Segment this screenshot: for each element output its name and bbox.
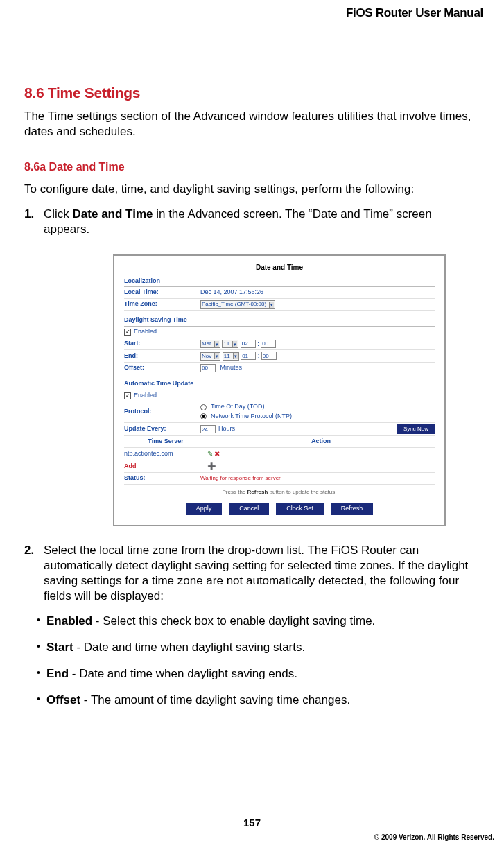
- sc-status-value: Waiting for response from server.: [200, 475, 282, 482]
- sc-status-row: Status: Waiting for response from server…: [124, 473, 435, 485]
- bullet-rest: - Date and time when daylight saving sta…: [73, 641, 306, 654]
- sc-end-label: End:: [124, 352, 200, 361]
- refresh-word: Refresh: [247, 489, 268, 495]
- bullet-bold: Enabled: [46, 614, 92, 627]
- sc-end-row: End: Nov▾ 11▾ :: [124, 350, 435, 363]
- step-2-text: Select the local time zone from the drop…: [44, 544, 468, 602]
- sc-status-label: Status:: [124, 474, 200, 483]
- bullet-bold: Start: [46, 641, 73, 654]
- refresh-button[interactable]: Refresh: [331, 503, 374, 515]
- end-min-input[interactable]: [261, 352, 277, 360]
- timezone-value: Pacific_Time (GMT-08:00): [202, 301, 266, 308]
- sc-button-row: Apply Cancel Clock Set Refresh: [124, 503, 435, 515]
- step-1: 1. Click Date and Time in the Advanced s…: [24, 207, 480, 526]
- chevron-down-icon: ▾: [232, 341, 237, 347]
- steps-list: 1. Click Date and Time in the Advanced s…: [24, 207, 480, 604]
- bullet-end: End - Date and time when daylight saving…: [37, 666, 480, 682]
- page-content: 8.6 Time Settings The Time settings sect…: [24, 83, 480, 719]
- edit-icon[interactable]: ✎: [207, 449, 213, 458]
- end-day-value: 11: [224, 353, 230, 360]
- dst-enabled-checkbox[interactable]: ✓: [124, 329, 131, 336]
- start-month-value: Mar: [202, 340, 211, 347]
- step-number: 2.: [24, 543, 34, 558]
- sc-timeserver-header: Time Server Action: [124, 436, 435, 448]
- sc-protocol-row: Protocol: Time Of Day (TOD) Network Time…: [124, 401, 435, 422]
- sc-timezone-row: Time Zone: Pacific_Time (GMT-08:00) ▾: [124, 299, 435, 311]
- start-month-select[interactable]: Mar▾: [200, 340, 220, 348]
- chevron-down-icon: ▾: [214, 341, 219, 347]
- chevron-down-icon: ▾: [269, 302, 274, 308]
- sync-now-button[interactable]: Sync Now: [397, 424, 435, 434]
- bullet-rest: - The amount of time daylight saving tim…: [80, 693, 350, 706]
- copyright-text: © 2009 Verizon. All Rights Reserved.: [374, 833, 494, 842]
- doc-header-title: FiOS Router User Manual: [346, 6, 483, 21]
- bullet-bold: End: [46, 667, 69, 680]
- sc-start-row: Start: Mar▾ 11▾ :: [124, 338, 435, 351]
- clock-set-button[interactable]: Clock Set: [276, 503, 324, 515]
- action-col: Action: [207, 437, 435, 446]
- atu-enabled-label: Enabled: [134, 392, 157, 400]
- bullet-rest: - Select this check box to enable daylig…: [92, 614, 375, 627]
- sc-dst-heading: Daylight Saving Time: [124, 315, 435, 327]
- section-intro: The Time settings section of the Advance…: [24, 109, 480, 139]
- sc-localtime-label: Local Time:: [124, 288, 200, 297]
- step-1-bold: Date and Time: [73, 207, 153, 220]
- step-number: 1.: [24, 207, 34, 222]
- subsection-heading: 8.6a Date and Time: [24, 160, 480, 175]
- sc-protocol-label: Protocol:: [124, 408, 200, 416]
- update-every-input[interactable]: [200, 425, 216, 433]
- add-icon[interactable]: ➕: [207, 462, 216, 471]
- protocol-tod-label: Time Of Day (TOD): [211, 403, 265, 411]
- protocol-ntp-radio[interactable]: [200, 413, 207, 419]
- config-instruction: To configure date, time, and daylight sa…: [24, 182, 480, 197]
- sc-offset-row: Offset: Minutes: [124, 363, 435, 374]
- bullet-bold: Offset: [46, 693, 80, 706]
- time-server-col: Time Server: [124, 437, 207, 446]
- chevron-down-icon: ▾: [233, 353, 238, 359]
- bullet-rest: - Date and time when daylight saving end…: [69, 667, 297, 680]
- sc-update-row: Update Every: Hours Sync Now: [124, 423, 435, 436]
- chevron-down-icon: ▾: [214, 353, 219, 359]
- server-host: ntp.actiontec.com: [124, 450, 207, 458]
- sc-atu-enabled-row: ✓ Enabled: [124, 390, 435, 402]
- step-1-text: Click Date and Time in the Advanced scre…: [44, 207, 432, 236]
- sc-atu-heading: Automatic Time Update: [124, 379, 435, 390]
- apply-button[interactable]: Apply: [186, 503, 223, 515]
- end-month-select[interactable]: Nov▾: [200, 352, 220, 361]
- bullet-offset: Offset - The amount of time daylight sav…: [37, 693, 480, 708]
- end-day-select[interactable]: 11▾: [223, 352, 239, 361]
- sc-enabled-row: ✓ Enabled: [124, 327, 435, 338]
- date-time-screenshot: Date and Time Localization Local Time: D…: [113, 254, 446, 526]
- start-day-select[interactable]: 11▾: [222, 340, 238, 348]
- delete-icon[interactable]: ✖: [214, 449, 220, 458]
- step-2: 2. Select the local time zone from the d…: [24, 543, 480, 604]
- sc-offset-label: Offset:: [124, 364, 200, 372]
- offset-input[interactable]: [200, 364, 216, 372]
- page-number: 157: [0, 816, 504, 830]
- end-hour-input[interactable]: [241, 352, 256, 360]
- sc-title: Date and Time: [124, 263, 435, 272]
- timezone-select[interactable]: Pacific_Time (GMT-08:00) ▾: [200, 300, 275, 309]
- section-heading: 8.6 Time Settings: [24, 83, 480, 102]
- sc-localtime-value: Dec 14, 2007 17:56:26: [200, 288, 435, 297]
- sc-update-label: Update Every:: [124, 425, 200, 433]
- start-day-value: 11: [223, 340, 229, 347]
- end-month-value: Nov: [202, 353, 211, 360]
- atu-enabled-checkbox[interactable]: ✓: [124, 392, 131, 399]
- bullet-list: Enabled - Select this check box to enabl…: [24, 614, 480, 708]
- offset-unit: Minutes: [220, 364, 243, 371]
- sc-server-row: ntp.actiontec.com ✎ ✖: [124, 448, 435, 460]
- sc-localtime-row: Local Time: Dec 14, 2007 17:56:26: [124, 287, 435, 299]
- protocol-tod-radio[interactable]: [200, 404, 207, 410]
- bullet-start: Start - Date and time when daylight savi…: [37, 640, 480, 655]
- update-every-unit: Hours: [218, 425, 397, 433]
- protocol-ntp-label: Network Time Protocol (NTP): [211, 413, 292, 421]
- sc-refresh-note: Press the Refresh button to update the s…: [124, 489, 435, 496]
- cancel-button[interactable]: Cancel: [229, 503, 269, 515]
- sc-timezone-label: Time Zone:: [124, 300, 200, 309]
- add-server-link[interactable]: Add: [124, 462, 207, 471]
- start-min-input[interactable]: [261, 340, 276, 348]
- dst-enabled-label: Enabled: [134, 328, 157, 336]
- start-hour-input[interactable]: [241, 340, 256, 348]
- step-1-pre: Click: [44, 207, 73, 220]
